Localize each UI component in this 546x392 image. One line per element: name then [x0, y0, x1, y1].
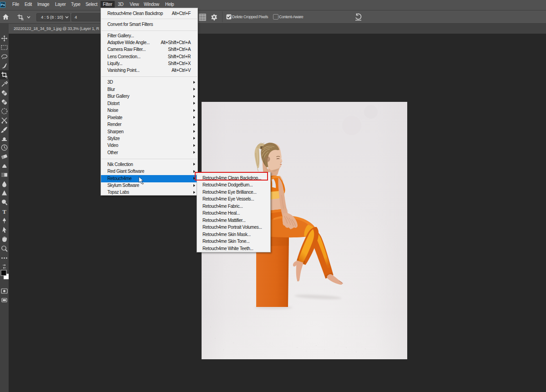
svg-text:T: T — [2, 208, 6, 215]
